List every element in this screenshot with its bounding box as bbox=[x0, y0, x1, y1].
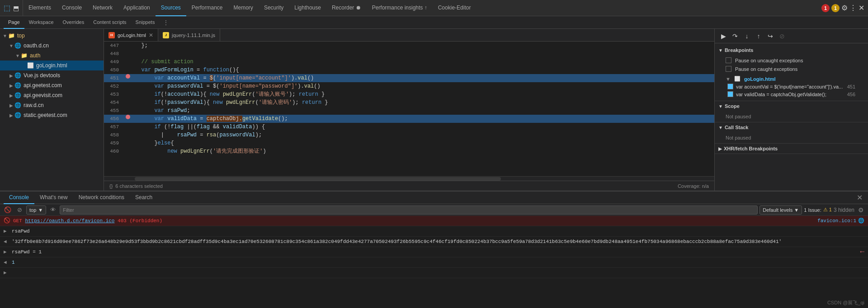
tab-elements[interactable]: Elements bbox=[23, 0, 57, 16]
console-settings-button[interactable]: ⚙ bbox=[856, 205, 865, 215]
line-num-456: 456 bbox=[104, 115, 124, 123]
line-num-452: 452 bbox=[104, 82, 124, 90]
pause-uncaught-checkbox[interactable] bbox=[726, 57, 731, 63]
close-icon[interactable]: ✕ bbox=[859, 4, 864, 12]
issue-text: 1 Issue: bbox=[804, 207, 821, 213]
deactivate-breakpoints-button[interactable]: ⊘ bbox=[777, 31, 787, 41]
sources-tab-page[interactable]: Page bbox=[4, 16, 24, 29]
code-line-460: 460 new pwdLgnErr('请先完成图形验证') bbox=[104, 147, 714, 155]
tree-item-raw[interactable]: ▶ 🌐 raw.d.cn bbox=[0, 100, 104, 110]
tab-performance-insights[interactable]: Performance insights ↑ bbox=[367, 0, 433, 16]
scope-not-paused: Not paused bbox=[715, 112, 868, 121]
code-line-457: 457 if (!flag ||(flag && validData)) { bbox=[104, 123, 714, 131]
console-filter-button[interactable]: ⊘ bbox=[14, 205, 24, 215]
sources-tab-snippets[interactable]: Snippets bbox=[131, 16, 160, 29]
level-selector[interactable]: Default levels ▼ bbox=[760, 205, 802, 215]
editor-tabs: H goLogin.html ✕ J jquery-1.11.1.min.js bbox=[104, 29, 714, 42]
error-icon: 🚫 bbox=[4, 217, 10, 225]
sources-tab-overrides[interactable]: Overrides bbox=[58, 16, 89, 29]
step-button[interactable]: ↪ bbox=[765, 31, 775, 41]
tree-item-static[interactable]: ▶ 🌐 static.geetest.com bbox=[0, 110, 104, 120]
breakpoints-header[interactable]: ▼ Breakpoints bbox=[715, 45, 868, 55]
line-num-460: 460 bbox=[104, 147, 124, 155]
sources-tab-content-scripts[interactable]: Content scripts bbox=[89, 16, 131, 29]
tree-label-geevisit: api.geevisit.com bbox=[24, 92, 62, 98]
tree-label-oauth: oauth.d.cn bbox=[24, 42, 49, 49]
tab-recorder[interactable]: Recorder ⏺ bbox=[326, 0, 367, 16]
console-result-1: ◀ 1 bbox=[0, 257, 868, 268]
tree-label-top: top bbox=[17, 33, 25, 39]
bp-check-451[interactable] bbox=[727, 84, 733, 89]
console-tabs: Console What's new Network conditions Se… bbox=[0, 191, 868, 204]
tree-item-auth[interactable]: ▼ 📁 auth bbox=[0, 51, 104, 61]
sources-tabs-more[interactable]: ⋮ bbox=[161, 19, 171, 26]
editor-tab-jquery[interactable]: J jquery-1.11.1.min.js bbox=[158, 29, 220, 42]
tab-network[interactable]: Network bbox=[87, 0, 118, 16]
tree-item-vue[interactable]: ▶ 🌐 Vue.js devtools bbox=[0, 70, 104, 80]
tab-cookie-editor[interactable]: Cookie-Editor bbox=[433, 0, 476, 16]
device-icon[interactable]: ⬒ bbox=[13, 5, 19, 12]
tab-console[interactable]: Console bbox=[57, 0, 87, 16]
editor-tab-goLogin[interactable]: H goLogin.html ✕ bbox=[104, 29, 158, 42]
call-stack-not-paused: Not paused bbox=[715, 133, 868, 142]
console-clear-button[interactable]: 🚫 bbox=[3, 205, 13, 215]
file-tree-panel: ▼ 📁 top ▼ 🌐 oauth.d.cn ▼ 📁 auth bbox=[0, 29, 104, 191]
scope-header[interactable]: ▼ Scope bbox=[715, 101, 868, 111]
console-tab-whatsnew[interactable]: What's new bbox=[34, 191, 73, 204]
call-stack-header[interactable]: ▼ Call Stack bbox=[715, 122, 868, 132]
tree-item-geevisit[interactable]: ▶ 🌐 api.geevisit.com bbox=[0, 90, 104, 100]
editor-tab-goLogin-label: goLogin.html bbox=[118, 33, 146, 38]
line-num-457: 457 bbox=[104, 123, 124, 131]
context-selector[interactable]: top ▼ bbox=[26, 205, 46, 215]
code-area[interactable]: 447 }; 448 449 // submit action bbox=[104, 42, 714, 176]
console-output[interactable]: 🚫 GET https://oauth.d.cn/favicon.ico 403… bbox=[0, 216, 868, 308]
console-tab-console[interactable]: Console bbox=[4, 191, 34, 204]
tree-item-geetest[interactable]: ▶ 🌐 api.geetest.com bbox=[0, 80, 104, 90]
tab-memory[interactable]: Memory bbox=[228, 0, 259, 16]
console-tab-search[interactable]: Search bbox=[130, 191, 158, 204]
tab-sources[interactable]: Sources bbox=[156, 0, 186, 16]
step-into-button[interactable]: ↓ bbox=[742, 31, 752, 41]
step-over-button[interactable]: ↷ bbox=[730, 31, 740, 41]
xhr-header[interactable]: ▶ XHR/fetch Breakpoints bbox=[715, 144, 868, 154]
console-filter-input[interactable] bbox=[60, 205, 758, 215]
code-hscrollbar[interactable] bbox=[104, 176, 714, 181]
line-content-459: }else{ bbox=[132, 139, 714, 147]
console-eye-button[interactable]: 👁 bbox=[48, 205, 58, 215]
hidden-count: 3 hidden bbox=[834, 207, 854, 213]
editor-tab-jquery-label: jquery-1.11.1.min.js bbox=[172, 33, 215, 38]
step-out-button[interactable]: ↑ bbox=[754, 31, 764, 41]
editor-tab-goLogin-close[interactable]: ✕ bbox=[149, 32, 153, 38]
inspect-icon[interactable]: ⬚ bbox=[4, 4, 10, 12]
tree-label-goLogin: goLogin.html bbox=[36, 62, 67, 69]
console-result-group-arrow: ▶ bbox=[4, 248, 9, 256]
settings-icon[interactable]: ⚙ bbox=[841, 4, 848, 12]
tab-security[interactable]: Security bbox=[259, 0, 289, 16]
tree-label-raw: raw.d.cn bbox=[24, 102, 44, 108]
more-options-icon[interactable]: ⋮ bbox=[849, 4, 857, 12]
console-input-arrow: ▶ bbox=[4, 269, 9, 277]
code-line-456: 456 var validData = captchaObj.getValida… bbox=[104, 115, 714, 123]
console-hex-value: '32ffb0e8b7d916d09ee7862f73e26a648b29e9d… bbox=[12, 238, 864, 246]
tab-application[interactable]: Application bbox=[118, 0, 156, 16]
console-error-src[interactable]: favicon.ico:1 bbox=[817, 217, 856, 225]
tree-item-goLogin[interactable]: ⬜ goLogin.html bbox=[0, 61, 104, 70]
error-link[interactable]: https://oauth.d.cn/favicon.ico bbox=[25, 218, 114, 224]
tree-item-top[interactable]: ▼ 📁 top bbox=[0, 31, 104, 41]
resume-button[interactable]: ▶ bbox=[718, 31, 728, 41]
pause-caught-checkbox[interactable] bbox=[726, 66, 731, 72]
console-tab-network-conditions[interactable]: Network conditions bbox=[73, 191, 130, 204]
tab-performance[interactable]: Performance bbox=[186, 0, 228, 16]
tab-lighthouse[interactable]: Lighthouse bbox=[289, 0, 326, 16]
folder-icon-auth: 📁 bbox=[21, 52, 28, 59]
line-content-453: if(!accountVal){ new pwdLgnErr('请输入账号');… bbox=[132, 90, 714, 98]
console-close-button[interactable]: ✕ bbox=[854, 193, 864, 203]
line-num-449: 449 bbox=[104, 58, 124, 66]
tree-arrow-static: ▶ bbox=[8, 113, 14, 118]
tree-item-oauth[interactable]: ▼ 🌐 oauth.d.cn bbox=[0, 41, 104, 51]
xhr-section: ▶ XHR/fetch Breakpoints bbox=[715, 144, 868, 154]
console-hex-output: ◀ '32ffb0e8b7d916d09ee7862f73e26a648b29e… bbox=[0, 237, 868, 247]
sources-tab-workspace[interactable]: Workspace bbox=[24, 16, 58, 29]
tree-arrow-oauth: ▼ bbox=[8, 43, 14, 48]
bp-check-456[interactable] bbox=[727, 91, 733, 97]
